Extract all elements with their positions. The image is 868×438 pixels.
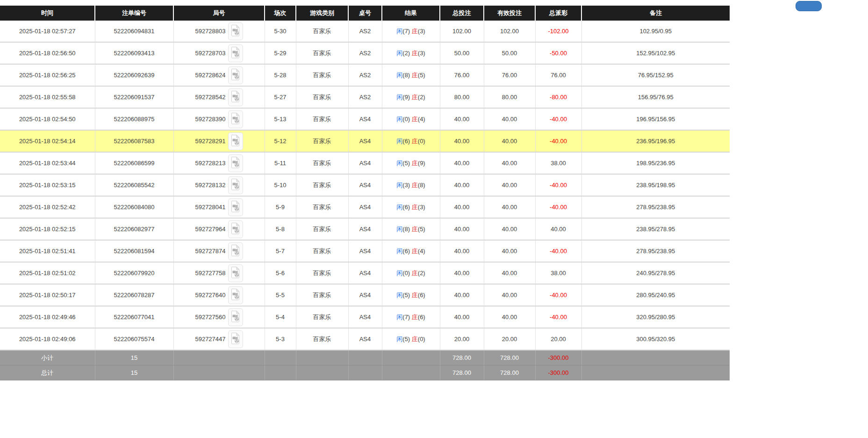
video-replay-button[interactable] — [228, 264, 243, 282]
banker-label: 庄 — [412, 182, 418, 189]
table-row[interactable]: 2025-01-18 02:53:44 522206086599 5927282… — [0, 152, 730, 174]
video-replay-button[interactable] — [228, 44, 243, 62]
video-replay-button[interactable] — [228, 22, 243, 40]
cell-valid-bet: 40.00 — [484, 284, 535, 306]
video-replay-button[interactable] — [228, 154, 243, 172]
banker-label: 庄 — [412, 138, 418, 145]
cell-game-type: 百家乐 — [296, 328, 348, 350]
cell-game-type: 百家乐 — [296, 174, 348, 196]
table-row[interactable]: 2025-01-18 02:52:42 522206084080 5927280… — [0, 196, 730, 218]
cell-game-no: 592727447 — [173, 328, 265, 350]
cell-game-type: 百家乐 — [296, 64, 348, 86]
cell-game-type: 百家乐 — [296, 240, 348, 262]
cell-payout: 40.00 — [535, 218, 581, 240]
video-replay-button[interactable] — [228, 286, 243, 304]
table-row[interactable]: 2025-01-18 02:49:06 522206075574 5927274… — [0, 328, 730, 350]
cell-result: 闲(5) 庄(6) — [382, 284, 440, 306]
game-number: 592728624 — [195, 72, 225, 79]
player-score: (6) — [402, 248, 410, 255]
game-number: 592728291 — [195, 138, 225, 145]
banker-score: (0) — [418, 138, 425, 145]
col-header-game-no: 局号 — [173, 6, 265, 21]
table-row[interactable]: 2025-01-18 02:57:27 522206094831 5927288… — [0, 21, 730, 43]
player-score: (9) — [402, 94, 410, 101]
cell-payout: 38.00 — [535, 152, 581, 174]
clipped-top-button[interactable] — [796, 1, 822, 11]
video-replay-button[interactable] — [228, 198, 243, 216]
player-score: (0) — [402, 270, 410, 277]
table-row[interactable]: 2025-01-18 02:51:41 522206081594 5927278… — [0, 240, 730, 262]
table-row[interactable]: 2025-01-18 02:51:02 522206079920 5927277… — [0, 262, 730, 284]
cell-valid-bet: 40.00 — [484, 130, 535, 152]
cell-session: 5-29 — [265, 42, 296, 64]
cell-valid-bet: 40.00 — [484, 108, 535, 130]
video-replay-button[interactable] — [228, 330, 243, 348]
banker-label: 庄 — [412, 336, 418, 343]
cell-time: 2025-01-18 02:54:50 — [0, 108, 95, 130]
table-row[interactable]: 2025-01-18 02:52:15 522206082977 5927279… — [0, 218, 730, 240]
cell-session: 5-27 — [265, 86, 296, 108]
cell-total-bet: 40.00 — [440, 174, 484, 196]
video-replay-button[interactable] — [228, 220, 243, 238]
cell-remark: 236.95/196.95 — [581, 130, 730, 152]
cell-result: 闲(8) 庄(5) — [382, 218, 440, 240]
cell-session: 5-8 — [265, 218, 296, 240]
video-replay-button[interactable] — [228, 308, 243, 326]
cell-time: 2025-01-18 02:53:44 — [0, 152, 95, 174]
table-row[interactable]: 2025-01-18 02:49:46 522206077041 5927275… — [0, 306, 730, 328]
video-replay-button[interactable] — [228, 132, 243, 150]
cell-bet-id: 522206075574 — [95, 328, 173, 350]
cell-result: 闲(0) 庄(4) — [382, 108, 440, 130]
player-label: 闲 — [396, 138, 402, 145]
col-header-total-bet: 总投注 — [440, 6, 484, 21]
cell-session: 5-6 — [265, 262, 296, 284]
video-replay-button[interactable] — [228, 88, 243, 106]
table-row[interactable]: 2025-01-18 02:54:50 522206088975 5927283… — [0, 108, 730, 130]
cell-session: 5-30 — [265, 21, 296, 43]
video-replay-button[interactable] — [228, 66, 243, 84]
banker-score: (2) — [418, 94, 425, 101]
game-number: 592728390 — [195, 116, 225, 123]
cell-bet-id: 522206086599 — [95, 152, 173, 174]
cell-payout: 38.00 — [535, 262, 581, 284]
bet-history-table: 时间 注单编号 局号 场次 游戏类别 桌号 结果 总投注 有效投注 总派彩 备注… — [0, 6, 730, 380]
cell-total-bet: 40.00 — [440, 152, 484, 174]
banker-label: 庄 — [412, 116, 418, 123]
banker-score: (2) — [418, 270, 425, 277]
cell-remark: 198.95/236.95 — [581, 152, 730, 174]
banker-score: (6) — [418, 314, 425, 321]
table-row[interactable]: 2025-01-18 02:56:25 522206092639 5927286… — [0, 64, 730, 86]
cell-bet-id: 522206085542 — [95, 174, 173, 196]
video-replay-button[interactable] — [228, 176, 243, 194]
cell-time: 2025-01-18 02:49:06 — [0, 328, 95, 350]
cell-session: 5-5 — [265, 284, 296, 306]
cell-valid-bet: 40.00 — [484, 174, 535, 196]
player-label: 闲 — [396, 248, 402, 255]
table-row[interactable]: 2025-01-18 02:55:58 522206091537 5927285… — [0, 86, 730, 108]
cell-table-no: AS4 — [348, 196, 382, 218]
table-row[interactable]: 2025-01-18 02:50:17 522206078287 5927276… — [0, 284, 730, 306]
table-row[interactable]: 2025-01-18 02:56:50 522206093413 5927287… — [0, 42, 730, 64]
table-row[interactable]: 2025-01-18 02:53:15 522206085542 5927281… — [0, 174, 730, 196]
cell-remark: 278.95/238.95 — [581, 196, 730, 218]
banker-label: 庄 — [412, 248, 418, 255]
col-header-result: 结果 — [382, 6, 440, 21]
player-label: 闲 — [396, 270, 402, 277]
cell-payout: -80.00 — [535, 86, 581, 108]
cell-payout: -40.00 — [535, 108, 581, 130]
cell-session: 5-11 — [265, 152, 296, 174]
table-row[interactable]: 2025-01-18 02:54:14 522206087583 5927282… — [0, 130, 730, 152]
video-file-icon — [231, 178, 240, 192]
cell-game-no: 592728624 — [173, 64, 265, 86]
cell-game-no: 592728703 — [173, 42, 265, 64]
video-file-icon — [231, 24, 240, 38]
col-header-time: 时间 — [0, 6, 95, 21]
video-replay-button[interactable] — [228, 242, 243, 260]
banker-label: 庄 — [412, 314, 418, 321]
cell-bet-id: 522206091537 — [95, 86, 173, 108]
cell-payout: 20.00 — [535, 328, 581, 350]
video-replay-button[interactable] — [228, 110, 243, 128]
cell-game-type: 百家乐 — [296, 42, 348, 64]
cell-valid-bet: 20.00 — [484, 328, 535, 350]
player-label: 闲 — [396, 292, 402, 299]
